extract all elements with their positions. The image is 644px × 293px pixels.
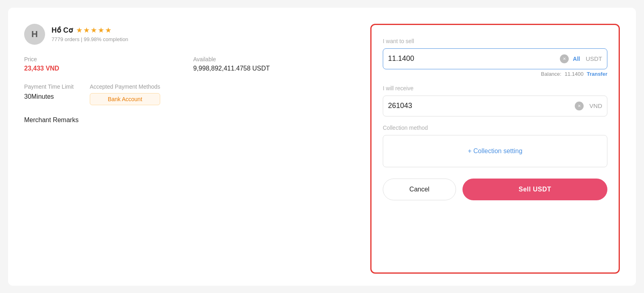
merchant-stats: 7779 orders | 99.98% completion — [52, 36, 128, 42]
balance-label: Balance: — [541, 71, 561, 77]
payment-badge: Bank Account — [90, 93, 160, 105]
sell-section: I want to sell × All USDT Balance: 11.14… — [383, 38, 607, 77]
available-label: Available — [193, 56, 346, 62]
collection-method-label: Collection method — [383, 125, 607, 131]
available-value: 9,998,892,411.4758 USDT — [193, 65, 346, 72]
transfer-link[interactable]: Transfer — [587, 71, 607, 77]
collection-section: Collection method + Collection setting — [383, 125, 607, 167]
collection-setting-link[interactable]: + Collection setting — [468, 148, 522, 155]
avatar: H — [24, 24, 45, 45]
balance-row: Balance: 11.1400 Transfer — [383, 71, 607, 77]
sell-amount-input[interactable] — [388, 54, 560, 63]
price-row: Price 23,433 VND — [24, 56, 177, 72]
receive-amount-wrapper: × VND — [383, 96, 607, 116]
receive-amount-input[interactable] — [388, 102, 575, 110]
payment-time-col: Payment Time Limit 30Minutes — [24, 83, 74, 100]
merchant-stars: ★★★★★ — [76, 26, 112, 35]
info-grid: Price 23,433 VND Available 9,998,892,411… — [24, 56, 346, 72]
sell-button[interactable]: Sell USDT — [462, 179, 607, 200]
cancel-button[interactable]: Cancel — [383, 179, 456, 200]
will-receive-label: I will receive — [383, 85, 607, 91]
right-panel: I want to sell × All USDT Balance: 11.14… — [370, 24, 620, 274]
receive-clear-button[interactable]: × — [575, 102, 584, 110]
sell-clear-button[interactable]: × — [560, 54, 569, 63]
sell-input-actions: × All USDT — [560, 54, 602, 63]
collection-setting-box[interactable]: + Collection setting — [383, 135, 607, 167]
want-to-sell-label: I want to sell — [383, 38, 607, 44]
merchant-name: Hồ Cơ — [52, 26, 73, 35]
balance-value: 11.1400 — [565, 71, 584, 77]
sell-all-button[interactable]: All — [573, 56, 580, 62]
merchant-name-row: Hồ Cơ ★★★★★ — [52, 26, 128, 35]
merchant-header: H Hồ Cơ ★★★★★ 7779 orders | 99.98% compl… — [24, 24, 346, 45]
price-label: Price — [24, 56, 177, 62]
receive-section: I will receive × VND — [383, 85, 607, 116]
left-panel: H Hồ Cơ ★★★★★ 7779 orders | 99.98% compl… — [24, 24, 346, 124]
merchant-info: Hồ Cơ ★★★★★ 7779 orders | 99.98% complet… — [52, 26, 128, 42]
available-row: Available 9,998,892,411.4758 USDT — [193, 56, 346, 72]
payment-info-row: Payment Time Limit 30Minutes Accepted Pa… — [24, 83, 346, 105]
price-value: 23,433 VND — [24, 65, 177, 72]
button-row: Cancel Sell USDT — [383, 179, 607, 200]
accepted-payment-col: Accepted Payment Methods Bank Account — [90, 83, 160, 105]
payment-time-label: Payment Time Limit — [24, 83, 74, 90]
merchant-remarks-label: Merchant Remarks — [24, 116, 78, 123]
receive-currency-label: VND — [589, 102, 602, 109]
accepted-payment-label: Accepted Payment Methods — [90, 83, 160, 90]
sell-amount-wrapper: × All USDT — [383, 48, 607, 69]
sell-currency-label: USDT — [586, 55, 602, 62]
receive-input-actions: × VND — [575, 102, 602, 110]
payment-time-value: 30Minutes — [24, 93, 74, 100]
merchant-remarks-row: Merchant Remarks — [24, 116, 346, 124]
page-container: H Hồ Cơ ★★★★★ 7779 orders | 99.98% compl… — [8, 8, 636, 286]
